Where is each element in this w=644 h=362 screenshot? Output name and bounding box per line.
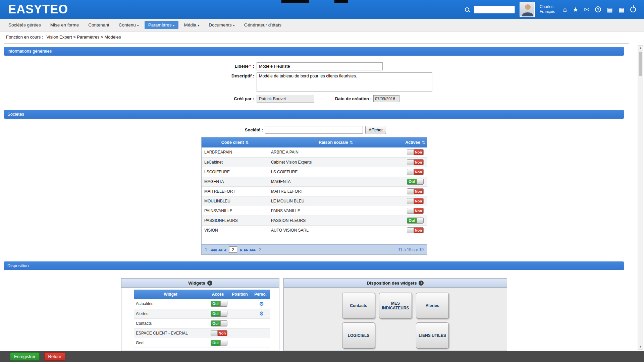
toggle-non[interactable]: Non [407, 227, 424, 233]
libelle-input[interactable] [257, 62, 383, 70]
widget-card-logiciels[interactable]: LOGICIELS [342, 322, 375, 349]
toggle-label: Non [414, 189, 423, 194]
cell-activee: Non [403, 147, 427, 157]
breadcrumb-path[interactable]: Vision Expert > Paramètres > Modèles [46, 35, 121, 40]
toggle-oui[interactable]: Oui [211, 311, 227, 317]
libelle-label: Libellé* : [154, 64, 254, 69]
toggle-label: Non [414, 149, 423, 155]
afficher-button[interactable]: Afficher [365, 126, 386, 134]
widget-card-mes-indicateurs[interactable]: MES INDICATEURS [379, 293, 412, 319]
cell-code-client: VISION [202, 225, 268, 235]
toggle-knob [407, 169, 414, 175]
pagination-next-arrow[interactable]: ▶▶▶ [250, 248, 256, 252]
pagination-current-input[interactable] [229, 246, 237, 253]
toggle-oui[interactable]: Oui [407, 179, 424, 185]
column-header-position[interactable]: Position [228, 290, 251, 299]
pagination-prev-arrow[interactable]: ◀ [223, 248, 226, 252]
column-header-widget[interactable]: Widget [134, 290, 207, 299]
column-header-perso[interactable]: Perso. [251, 290, 270, 299]
toggle-non[interactable]: Non [407, 198, 424, 204]
toggle-non[interactable]: Non [407, 208, 424, 214]
sort-icon[interactable]: ⇅ [246, 140, 249, 144]
pagination-first-page[interactable]: 1 [205, 247, 207, 252]
window-artifact [281, 0, 309, 3]
widget-row: ContactsOui [134, 318, 270, 328]
sort-icon[interactable]: ⇅ [350, 140, 353, 144]
nav-item-contenant[interactable]: Contenant [85, 21, 113, 29]
scrollbar-thumb[interactable] [639, 52, 642, 76]
cell-widget-name: Contacts [134, 318, 207, 328]
footer-bar: Enregistrer Retour [0, 351, 644, 362]
toggle-oui[interactable]: Oui [211, 301, 227, 307]
avatar[interactable] [520, 2, 535, 17]
toggle-oui[interactable]: Oui [407, 218, 424, 224]
cell-code-client: MAGENTA [202, 177, 268, 186]
cell-code-client: LSCOIFFURE [202, 167, 268, 177]
user-last-name: François [540, 9, 555, 14]
toggle-oui[interactable]: Oui [211, 320, 227, 326]
toggle-non[interactable]: Non [407, 188, 424, 194]
nav-item-contenu[interactable]: Contenu▾ [115, 21, 143, 29]
breadcrumb: Fonction en cours : Vision Expert > Para… [6, 35, 121, 40]
societe-filter-input[interactable] [265, 126, 363, 134]
toggle-non[interactable]: Non [407, 159, 424, 165]
toggle-knob [220, 301, 227, 306]
star-icon[interactable]: ★ [573, 6, 578, 13]
pagination: 1 ◀◀◀ ◀◀ ◀ ▶ ▶▶ ▶▶▶ 2 11 à 19 sur 19 [202, 244, 427, 254]
nav-item-generateur-d-etats[interactable]: Générateur d'états [240, 21, 285, 29]
toggle-non[interactable]: Non [407, 149, 424, 155]
widget-card-liens-utiles[interactable]: LIENS UTILES [416, 322, 449, 349]
nav-item-societes-gerees[interactable]: Sociétés gérées [5, 21, 45, 29]
widget-card-alertes[interactable]: Alertes [416, 293, 449, 319]
nav-item-parametres[interactable]: Paramètres▾ [145, 21, 178, 29]
cell-widget-name: Alertes [134, 309, 207, 318]
cell-activee: Oui [403, 177, 427, 186]
cell-raison-sociale: MAGENTA [268, 177, 403, 186]
column-header-code-client[interactable]: Code client⇅ [202, 137, 268, 147]
descriptif-textarea[interactable]: Modèle de tableau de bord pour les clien… [257, 72, 432, 92]
power-icon[interactable] [630, 7, 636, 12]
cell-code-client: PAINSVANILLE [202, 206, 268, 216]
header-search-input[interactable] [474, 6, 515, 13]
pagination-prev-arrow[interactable]: ◀◀ [218, 248, 222, 252]
column-header-raison-sociale[interactable]: Raison sociale⇅ [268, 137, 403, 147]
save-button[interactable]: Enregistrer [10, 352, 40, 361]
societe-label: Société : [162, 127, 263, 132]
apps-grid-icon[interactable]: ▦ [619, 6, 625, 13]
gear-icon[interactable]: ⚙ [259, 301, 264, 307]
pagination-next-arrow[interactable]: ▶ [240, 248, 243, 252]
notes-icon[interactable]: ▤ [607, 6, 613, 13]
nav-item-media[interactable]: Média▾ [180, 21, 203, 29]
nav-item-mise-en-forme[interactable]: Mise en forme [47, 21, 83, 29]
cell-perso [251, 328, 270, 338]
toggle-knob [407, 208, 414, 214]
cell-activee: Non [403, 196, 427, 206]
toggle-non[interactable]: Non [211, 330, 227, 336]
help-icon[interactable]: ? [595, 6, 601, 12]
gear-icon[interactable]: ⚙ [259, 311, 264, 316]
cell-code-client: PASSIONFLEURS [202, 216, 268, 225]
sort-icon[interactable]: ⇅ [422, 140, 425, 144]
top-header: EASYTEO Charles François ⌂ ★ ✉ ? ▤ ▦ [0, 0, 644, 19]
toggle-label: Oui [211, 311, 220, 316]
column-header-activee[interactable]: Activée⇅ [403, 137, 427, 147]
scrollbar[interactable]: ▲ ▼ [638, 45, 643, 350]
scroll-up-arrow[interactable]: ▲ [638, 46, 643, 51]
pagination-last-page[interactable]: 2 [259, 247, 262, 252]
toggle-non[interactable]: Non [407, 169, 424, 175]
pagination-prev-arrow[interactable]: ◀◀◀ [210, 248, 217, 252]
user-first-name: Charles [540, 4, 555, 9]
cell-acces: Oui [207, 338, 228, 348]
cell-widget-name: Ged [134, 338, 207, 348]
nav-item-documents[interactable]: Documents▾ [205, 21, 238, 29]
widget-card-contacts[interactable]: Contacts [342, 293, 375, 319]
pagination-next-arrow[interactable]: ▶▶ [244, 248, 248, 252]
info-icon[interactable]: i [419, 281, 424, 286]
back-button[interactable]: Retour [44, 352, 65, 361]
scroll-down-arrow[interactable]: ▼ [638, 344, 643, 349]
info-icon[interactable]: i [207, 281, 212, 286]
toggle-oui[interactable]: Oui [211, 340, 227, 346]
mail-icon[interactable]: ✉ [584, 6, 589, 13]
column-header-acces[interactable]: Accès [207, 290, 228, 299]
home-icon[interactable]: ⌂ [563, 6, 567, 13]
